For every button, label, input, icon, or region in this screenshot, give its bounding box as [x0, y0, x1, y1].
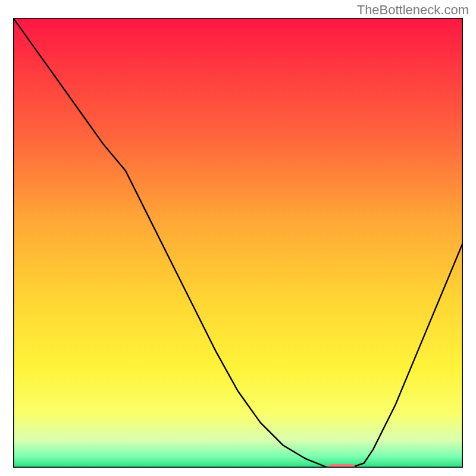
- watermark-text: TheBottleneck.com: [357, 2, 469, 18]
- gradient-background: [13, 18, 463, 468]
- chart-area: [13, 18, 463, 468]
- chart-svg: [13, 18, 463, 468]
